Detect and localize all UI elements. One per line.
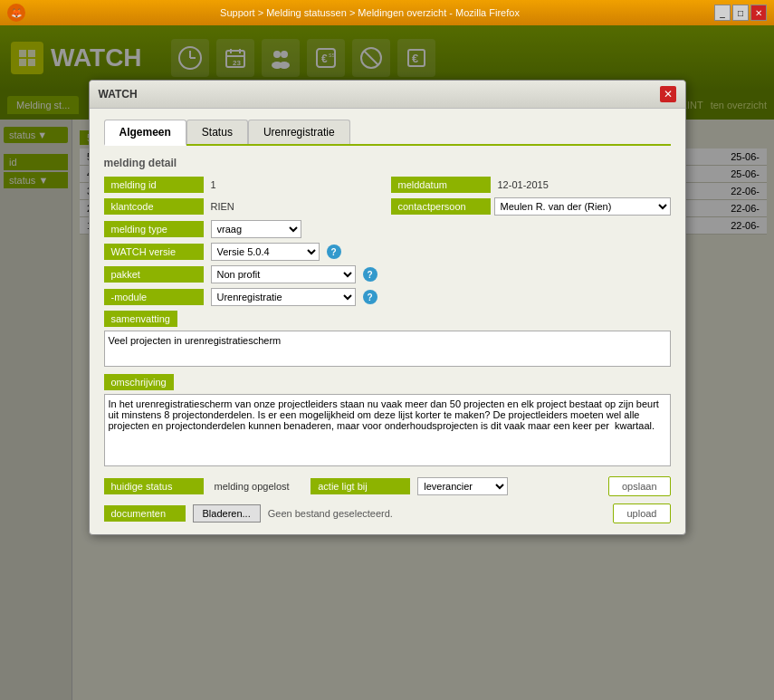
samenvatting-textarea[interactable]: Veel projecten in urenregistratiescherm (104, 331, 671, 367)
samenvatting-label: samenvatting (104, 311, 177, 327)
opslaan-button[interactable]: opslaan (608, 476, 671, 496)
watch-versie-label: WATCH versie (104, 244, 204, 260)
klantcode-col: klantcode RIEN (104, 197, 384, 216)
melding-id-value: 1 (207, 177, 384, 192)
pakket-select[interactable]: Non profit (211, 265, 356, 283)
module-label: -module (104, 289, 204, 305)
omschrijving-section: omschrijving In het urenregistratiescher… (104, 374, 671, 469)
form-row-module: -module Urenregistratie ? (104, 288, 671, 306)
section-label: melding detail (104, 157, 671, 169)
pakket-label: pakket (104, 266, 204, 283)
melddatum-label: melddatum (391, 177, 491, 193)
close-button[interactable]: ✕ (750, 5, 767, 21)
form-row-klant-contact: klantcode RIEN contactpersoon Meulen R. … (104, 197, 671, 216)
actie-ligt-bij-select[interactable]: leverancier (417, 477, 508, 495)
documenten-label: documenten (104, 505, 186, 522)
form-row-pakket: pakket Non profit ? (104, 265, 671, 283)
modal-title: WATCH (99, 88, 138, 101)
browse-button[interactable]: Bladeren... (193, 504, 261, 523)
window-title: Support > Melding statussen > Meldingen … (25, 7, 714, 18)
maximize-button[interactable]: □ (732, 5, 749, 21)
module-select[interactable]: Urenregistratie (211, 288, 356, 306)
omschrijving-textarea[interactable]: In het urenregistratiescherm van onze pr… (104, 394, 671, 466)
firefox-icon: 🦊 (7, 4, 25, 22)
tab-urenregistratie[interactable]: Urenregistratie (248, 120, 350, 144)
modal-overlay: WATCH ✕ Algemeen Status Urenregistratie … (0, 25, 774, 700)
klantcode-value: RIEN (207, 199, 384, 214)
klantcode-label: klantcode (104, 198, 204, 215)
modal-body: Algemeen Status Urenregistratie melding … (90, 109, 685, 534)
watch-versie-select[interactable]: Versie 5.0.4 (211, 243, 320, 261)
titlebar: 🦊 Support > Melding statussen > Meldinge… (0, 0, 774, 25)
melding-id-label: melding id (104, 177, 204, 193)
actie-ligt-bij-label: actie ligt bij (311, 478, 410, 494)
contactpersoon-col: contactpersoon Meulen R. van der (Rien) (391, 197, 671, 216)
tab-status[interactable]: Status (186, 120, 248, 144)
module-help-icon[interactable]: ? (363, 290, 377, 304)
melding-id-col: melding id 1 (104, 177, 384, 193)
omschrijving-label: omschrijving (104, 374, 174, 390)
upload-button[interactable]: upload (613, 503, 670, 523)
pakket-help-icon[interactable]: ? (363, 267, 377, 282)
form-row-id-datum: melding id 1 melddatum 12-01-2015 (104, 177, 671, 193)
documents-row: documenten Bladeren... Geen bestand gese… (104, 503, 671, 523)
modal-dialog: WATCH ✕ Algemeen Status Urenregistratie … (89, 80, 686, 535)
huidige-status-value: melding opgelost (211, 479, 304, 494)
status-row: huidige status melding opgelost actie li… (104, 476, 671, 496)
no-file-text: Geen bestand geselecteerd. (268, 508, 393, 519)
minimize-button[interactable]: _ (714, 5, 731, 21)
tab-algemeen[interactable]: Algemeen (104, 120, 186, 146)
form-row-melding-type: melding type vraag (104, 220, 671, 238)
modal-tabs: Algemeen Status Urenregistratie (104, 120, 671, 146)
watch-versie-help-icon[interactable]: ? (327, 245, 341, 259)
melding-type-select[interactable]: vraag (211, 220, 301, 238)
modal-close-button[interactable]: ✕ (660, 86, 676, 102)
modal-titlebar: WATCH ✕ (90, 81, 685, 109)
contactpersoon-label: contactpersoon (391, 198, 491, 215)
melddatum-col: melddatum 12-01-2015 (391, 177, 671, 193)
huidige-status-label: huidige status (104, 478, 204, 494)
samenvatting-section: samenvatting Veel projecten in urenregis… (104, 311, 671, 369)
melddatum-value: 12-01-2015 (494, 177, 671, 192)
melding-type-label: melding type (104, 221, 204, 237)
form-row-watch-versie: WATCH versie Versie 5.0.4 ? (104, 243, 671, 261)
contactpersoon-select[interactable]: Meulen R. van der (Rien) (494, 197, 671, 216)
